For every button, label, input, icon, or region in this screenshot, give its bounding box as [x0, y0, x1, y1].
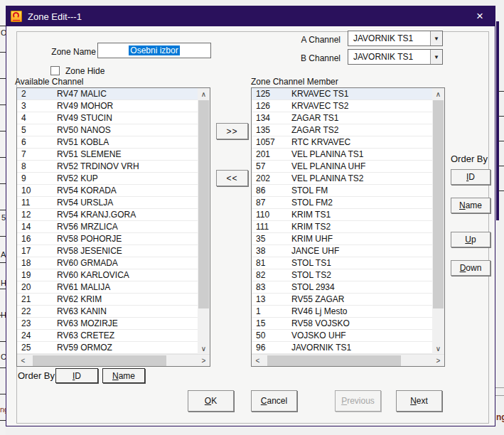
b-channel-select[interactable]: JAVORNIK TS1 ▼ — [348, 49, 443, 65]
list-item[interactable]: 9 RV52 KUP — [17, 173, 198, 185]
zone-name-input[interactable]: Osebni izbor — [97, 43, 211, 58]
list-item[interactable]: 20 RV61 MALIJA — [17, 281, 198, 294]
list-item[interactable]: 24 RV63 CRETEZ — [17, 330, 198, 342]
zone-hide-checkbox[interactable] — [50, 66, 60, 75]
order-by-id-button[interactable]: ID — [451, 169, 490, 185]
list-item[interactable]: 2 RV47 MALIC — [17, 88, 198, 100]
b-channel-label: B Channel — [291, 53, 341, 63]
list-item[interactable]: 17 RV58 JESENICE — [17, 245, 198, 257]
background-text-fragment: H — [1, 311, 6, 319]
list-item[interactable]: 111 KRIM TS2 — [252, 221, 432, 233]
background-text-fragment: ng — [0, 405, 6, 414]
list-item[interactable]: 25 RV59 ORMOZ — [17, 342, 198, 354]
list-item[interactable]: 57 VEL PLANINA UHF — [252, 161, 432, 173]
list-item[interactable]: 1057 RTC KRVAVEC — [252, 136, 432, 149]
background-text-fragment: H — [1, 279, 6, 287]
list-item[interactable]: 23 RV63 MOZIRJE — [17, 318, 198, 330]
background-window-right-sliver: ng — [495, 0, 504, 435]
list-item[interactable]: 96 JAVORNIK TS1 — [252, 342, 432, 354]
scrollbar-thumb[interactable] — [267, 355, 401, 366]
list-item[interactable]: 81 STOL TS1 — [252, 257, 432, 269]
app-logo-icon — [11, 11, 22, 22]
list-item[interactable]: 1 RV46 Lj Mesto — [252, 306, 432, 318]
list-item[interactable]: 18 RV60 GRMADA — [17, 257, 198, 269]
cancel-button[interactable]: Cancel — [251, 390, 297, 412]
background-text-fragment: O — [1, 28, 6, 37]
list-item[interactable]: 110 KRIM TS1 — [252, 209, 432, 221]
order-by-bottom-label: Order By — [18, 370, 55, 381]
list-item[interactable]: 35 KRIM UHF — [252, 233, 432, 245]
zone-channel-member-list[interactable]: 125 KRVAVEC TS1 126 KRVAVEC TS2 134 ZAGA… — [251, 87, 445, 367]
background-text-fragment: ng — [496, 412, 504, 422]
list-item[interactable]: 86 STOL FM — [252, 185, 432, 197]
list-item[interactable]: 10 RV54 KORADA — [17, 185, 198, 197]
vertical-scrollbar[interactable]: ∧ ∨ — [432, 88, 444, 354]
scroll-left-icon[interactable]: < — [17, 355, 29, 366]
move-up-button[interactable]: Up — [451, 232, 490, 247]
list-item[interactable]: 135 ZAGAR TS2 — [252, 124, 432, 136]
scrollbar-thumb[interactable] — [33, 355, 166, 366]
list-item[interactable]: 125 KRVAVEC TS1 — [252, 88, 432, 100]
a-channel-select[interactable]: JAVORNIK TS1 ▼ — [348, 31, 443, 46]
scroll-right-icon[interactable]: > — [432, 355, 444, 366]
scrollbar-thumb[interactable] — [198, 100, 209, 308]
vertical-scrollbar[interactable]: ∧ ∨ — [198, 88, 210, 354]
background-grid-line — [498, 141, 504, 141]
scrollbar-thumb[interactable] — [433, 100, 444, 308]
scroll-down-icon[interactable]: ∨ — [198, 343, 210, 354]
add-to-zone-button[interactable]: >> — [216, 123, 248, 139]
list-item[interactable]: 8 RV52 TRDINOV VRH — [17, 161, 198, 173]
list-item[interactable]: 87 STOL FM2 — [252, 197, 432, 209]
chevron-down-icon[interactable]: ▼ — [430, 31, 442, 45]
scroll-up-icon[interactable]: ∧ — [432, 88, 444, 100]
list-item[interactable]: 126 KRVAVEC TS2 — [252, 100, 432, 112]
list-item[interactable]: 12 RV54 KRANJ.GORA — [17, 209, 198, 221]
list-item[interactable]: 15 RV58 VOJSKO — [252, 318, 432, 330]
order-by-id-button-bottom[interactable]: ID — [55, 368, 98, 383]
background-grid-line — [495, 395, 504, 396]
list-item[interactable]: 22 RV63 KANIN — [17, 306, 198, 318]
scroll-down-icon[interactable]: ∨ — [432, 343, 444, 354]
list-item[interactable]: 50 VOJSKO UHF — [252, 330, 432, 342]
list-item[interactable]: 82 STOL TS2 — [252, 269, 432, 281]
chevron-down-icon[interactable]: ▼ — [430, 50, 442, 64]
list-item[interactable]: 202 VEL PLANINA TS2 — [252, 173, 432, 185]
list-item[interactable]: 4 RV49 STUCIN — [17, 112, 198, 124]
zone-channel-member-rows: 125 KRVAVEC TS1 126 KRVAVEC TS2 134 ZAGA… — [252, 88, 432, 354]
window-title: Zone Edit---1 — [28, 11, 82, 22]
list-item[interactable]: 5 RV50 NANOS — [17, 124, 198, 136]
remove-from-zone-button[interactable]: << — [216, 170, 248, 186]
order-by-name-button-bottom[interactable]: Name — [102, 368, 145, 383]
ok-button[interactable]: OK — [188, 390, 234, 412]
list-item[interactable]: 3 RV49 MOHOR — [17, 100, 198, 112]
close-icon[interactable]: × — [472, 9, 488, 24]
scroll-up-icon[interactable]: ∧ — [198, 88, 210, 100]
scroll-left-icon[interactable]: < — [252, 355, 264, 366]
available-channel-list[interactable]: 2 RV47 MALIC 3 RV49 MOHOR 4 RV49 STUCIN … — [16, 87, 210, 367]
list-item[interactable]: 201 VEL PLANINA TS1 — [252, 149, 432, 161]
zone-hide-label: Zone Hide — [65, 66, 104, 76]
background-grid-line — [495, 387, 504, 388]
zone-name-selected-text: Osebni izbor — [129, 45, 179, 55]
next-button[interactable]: Next — [396, 390, 442, 412]
background-text-fragment: A — [1, 250, 6, 259]
list-item[interactable]: 21 RV62 KRIM — [17, 294, 198, 306]
list-item[interactable]: 134 ZAGAR TS1 — [252, 112, 432, 124]
list-item[interactable]: 16 RV58 POHORJE — [17, 233, 198, 245]
horizontal-scrollbar[interactable]: < > — [252, 354, 444, 366]
list-item[interactable]: 11 RV54 URSLJA — [17, 197, 198, 209]
order-by-name-button[interactable]: Name — [451, 198, 490, 213]
list-item[interactable]: 83 STOL 2934 — [252, 281, 432, 294]
list-item[interactable]: 6 RV51 KOBLA — [17, 136, 198, 149]
horizontal-scrollbar[interactable]: < > — [17, 354, 210, 366]
list-item[interactable]: 7 RV51 SLEMENE — [17, 149, 198, 161]
list-item[interactable]: 38 JANCE UHF — [252, 245, 432, 257]
a-channel-label: A Channel — [291, 35, 341, 45]
scroll-right-icon[interactable]: > — [198, 355, 210, 366]
list-item[interactable]: 14 RV56 MRZLICA — [17, 221, 198, 233]
background-grid-line — [498, 190, 504, 191]
list-item[interactable]: 13 RV55 ZAGAR — [252, 294, 432, 306]
list-item[interactable]: 19 RV60 KARLOVICA — [17, 269, 198, 281]
move-down-button[interactable]: Down — [451, 260, 490, 276]
title-bar[interactable]: Zone Edit---1 × — [6, 6, 495, 26]
